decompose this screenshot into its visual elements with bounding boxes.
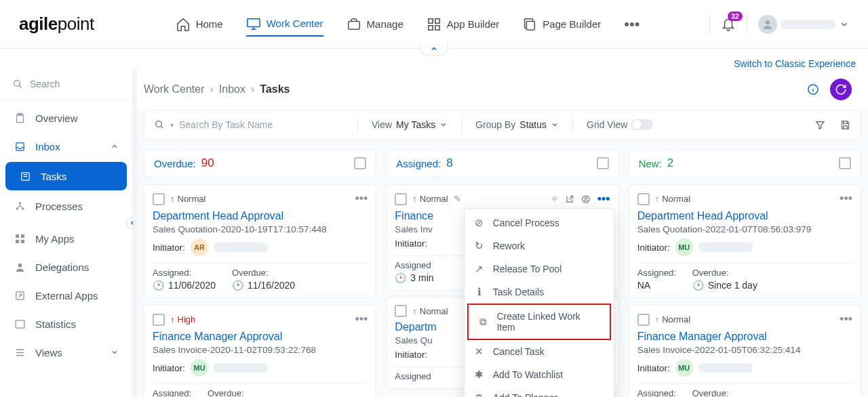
groupby-label: Group By	[475, 119, 515, 130]
assigned-label: Assigned:	[153, 388, 191, 397]
svg-rect-19	[20, 239, 24, 243]
task-title[interactable]: Department Head Approval	[637, 210, 852, 222]
home-icon	[176, 17, 191, 32]
expand-icon[interactable]: ✧	[551, 194, 558, 204]
save-icon[interactable]	[840, 119, 851, 131]
nav-work-center-label: Work Center	[267, 18, 323, 29]
task-checkbox[interactable]	[637, 314, 650, 326]
ctx-details[interactable]: ℹTask Details	[465, 280, 614, 304]
svg-point-7	[766, 20, 770, 24]
open-external-icon[interactable]	[565, 194, 574, 204]
sidebar-item-delegations[interactable]: Delegations	[0, 253, 132, 281]
initiator-label: Initiator:	[637, 243, 670, 253]
card-more-icon[interactable]: •••	[840, 312, 852, 327]
task-title[interactable]: Finance Manager Approval	[153, 331, 368, 343]
apps-icon	[14, 232, 26, 245]
info-icon: ℹ	[474, 287, 485, 297]
select-all-checkbox[interactable]	[839, 157, 851, 169]
task-card[interactable]: ↑Normal ••• Department Head Approval Sal…	[629, 184, 861, 298]
switch-experience-link[interactable]: Switch to Classic Experience	[734, 58, 856, 69]
filter-icon[interactable]	[814, 119, 826, 131]
sidebar-item-inbox[interactable]: Inbox	[0, 132, 132, 161]
task-card[interactable]: ↑Normal ••• Finance Manager Approval Sal…	[629, 305, 861, 397]
board-header-overdue: Overdue: 90	[144, 149, 376, 177]
ctx-planner[interactable]: 🗓Add To Planner	[465, 386, 614, 397]
card-more-icon[interactable]: •••	[597, 192, 610, 206]
breadcrumb-item[interactable]: Inbox	[219, 83, 245, 96]
user-icon[interactable]	[581, 194, 591, 204]
sidebar-item-overview[interactable]: Overview	[0, 104, 132, 132]
ctx-cancel-process[interactable]: ⊘Cancel Process	[465, 211, 614, 234]
view-selector[interactable]: View My Tasks	[372, 119, 448, 130]
grid-icon	[427, 17, 441, 32]
ctx-create-linked[interactable]: ⧉Create Linked Work Item	[467, 304, 611, 340]
sidebar-item-label: My Apps	[35, 233, 75, 245]
task-checkbox[interactable]	[395, 193, 407, 205]
task-card[interactable]: ↑High ••• Finance Manager Approval Sales…	[144, 305, 376, 397]
sidebar-item-views[interactable]: Views	[0, 338, 132, 367]
nav-app-builder[interactable]: App Builder	[427, 13, 500, 36]
initiator-name-redacted	[698, 243, 753, 252]
user-menu[interactable]	[758, 15, 849, 34]
gridview-toggle[interactable]: Grid View	[587, 119, 653, 130]
card-more-icon[interactable]: •••	[355, 192, 368, 206]
board-count: 90	[201, 156, 214, 170]
ctx-cancel-task[interactable]: ✕Cancel Task	[465, 340, 614, 363]
breadcrumb-item[interactable]: Work Center	[144, 83, 205, 96]
task-checkbox[interactable]	[153, 193, 165, 205]
groupby-selector[interactable]: Group By Status	[475, 119, 559, 130]
ctx-rework[interactable]: ↻Rework	[465, 234, 614, 257]
task-checkbox[interactable]	[153, 314, 165, 326]
svg-rect-3	[435, 18, 439, 22]
reload-button[interactable]	[830, 79, 852, 100]
task-title[interactable]: Department Head Approval	[153, 210, 368, 222]
toggle-switch[interactable]	[631, 119, 653, 130]
assigned-label: Assigned	[395, 371, 431, 381]
edit-icon[interactable]: ✎	[454, 194, 461, 204]
search-icon	[12, 79, 23, 89]
expand-handle[interactable]	[420, 42, 448, 56]
initiator-row: Initiator: MU	[637, 359, 852, 377]
sidebar-item-external[interactable]: External Apps	[0, 281, 132, 310]
sidebar-search[interactable]: Search	[0, 69, 132, 100]
assigned-label: Assigned:	[637, 268, 676, 278]
nav-work-center[interactable]: Work Center	[246, 12, 323, 37]
nav-home[interactable]: Home	[176, 13, 223, 36]
sidebar-item-myapps[interactable]: My Apps	[0, 224, 132, 253]
divider	[709, 14, 710, 35]
task-checkbox[interactable]	[395, 305, 407, 317]
sidebar-item-statistics[interactable]: Statistics	[0, 310, 132, 338]
task-checkbox[interactable]	[637, 193, 650, 205]
sidebar-item-label: Processes	[35, 201, 83, 212]
task-card[interactable]: ↑Normal ••• Department Head Approval Sal…	[144, 184, 376, 298]
card-more-icon[interactable]: •••	[355, 312, 368, 327]
clock-icon: 🕑	[153, 280, 164, 291]
initiator-row: Initiator: AR	[153, 238, 368, 256]
ctx-release[interactable]: ↗Release To Pool	[465, 257, 614, 280]
task-title[interactable]: Finance Manager Approval	[637, 331, 852, 343]
nav-more[interactable]: •••	[624, 16, 639, 33]
task-subtitle: Sales Quotation-2022-01-07T08:56:03:979	[637, 224, 852, 234]
breadcrumb-tools	[807, 79, 861, 100]
notifications-button[interactable]: 32	[721, 17, 736, 32]
task-card[interactable]: ↑Normal ✎ ✧ ••• Fin	[386, 184, 618, 291]
sidebar-item-tasks[interactable]: Tasks	[5, 162, 127, 190]
sidebar-item-processes[interactable]: Processes	[0, 192, 132, 220]
task-priority: ↑Normal	[170, 194, 205, 204]
select-all-checkbox[interactable]	[597, 157, 609, 169]
task-search[interactable]: ▾ Search By Task Name	[154, 119, 344, 130]
task-context-menu: ⊘Cancel Process ↻Rework ↗Release To Pool…	[464, 208, 614, 397]
inbox-icon	[14, 140, 26, 152]
initiator-name-redacted	[214, 363, 268, 373]
nav-page-builder[interactable]: Page Builder	[522, 13, 601, 36]
nav-items: Home Work Center Manage App Builder Page…	[176, 12, 640, 37]
nav-manage[interactable]: Manage	[347, 13, 403, 36]
assigned-value: NA	[637, 280, 676, 291]
task-priority: ↑Normal	[412, 306, 448, 316]
select-all-checkbox[interactable]	[354, 157, 366, 169]
card-more-icon[interactable]: •••	[840, 192, 852, 206]
overdue-label: Overdue:	[232, 268, 295, 278]
ctx-watchlist[interactable]: ✱Add To Watchlist	[465, 363, 614, 386]
task-priority: ↑Normal	[655, 194, 690, 204]
info-icon[interactable]	[807, 83, 819, 96]
